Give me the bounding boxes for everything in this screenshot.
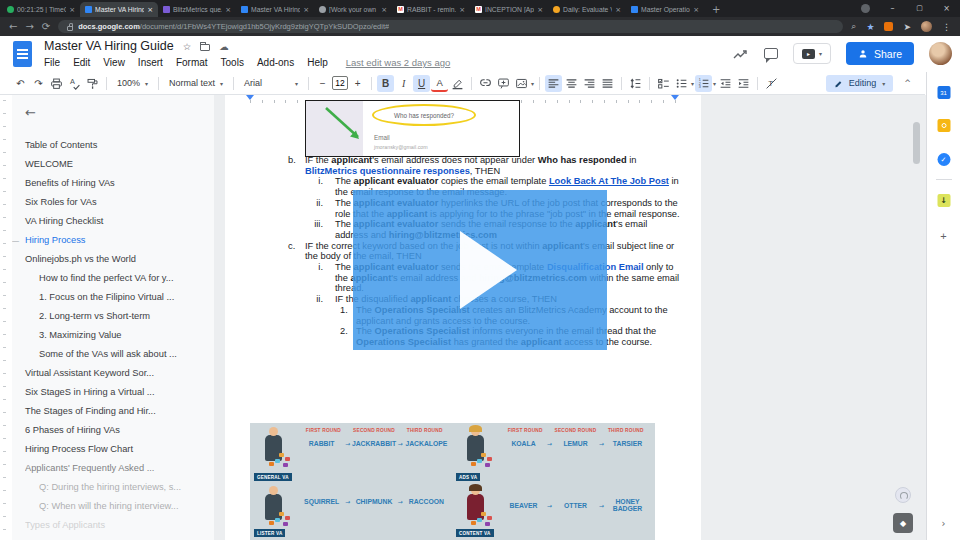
tab-close-icon[interactable]: × — [225, 6, 231, 14]
browser-tab[interactable]: [Work your own ...× — [314, 2, 392, 17]
google-calendar-icon[interactable]: 31 — [937, 86, 950, 99]
browser-avatar[interactable] — [921, 21, 932, 32]
explore-button[interactable]: ◆ — [893, 513, 913, 533]
doc-link[interactable]: Look Back At The Job Post — [549, 176, 669, 186]
tab-close-icon[interactable]: × — [69, 6, 75, 14]
close-window-button[interactable]: × — [933, 0, 960, 17]
browser-tab[interactable]: MINCEPTION [Ap...× — [470, 2, 548, 17]
menu-file[interactable]: File — [44, 57, 60, 68]
doc-link[interactable]: BlitzMetrics questionnaire responses — [305, 166, 470, 176]
share-button[interactable]: Share — [846, 42, 914, 65]
get-addons-plus-icon[interactable]: + — [940, 230, 946, 242]
outline-item[interactable]: Table of Contents — [12, 136, 214, 155]
tab-close-icon[interactable]: × — [459, 6, 465, 14]
back-button[interactable]: ← — [9, 17, 17, 36]
google-docs-logo-icon[interactable] — [13, 41, 32, 67]
outline-item[interactable]: The Stages of Finding and Hir... — [12, 402, 214, 421]
browser-tab[interactable]: MRABBIT - remin...× — [392, 2, 470, 17]
add-comment-button[interactable] — [495, 75, 512, 92]
insert-image-button[interactable] — [513, 75, 530, 92]
align-left-button[interactable] — [545, 75, 562, 92]
menu-insert[interactable]: Insert — [138, 57, 163, 68]
new-tab-button[interactable]: + — [712, 4, 720, 15]
move-folder-icon[interactable] — [200, 44, 210, 51]
tab-close-icon[interactable]: × — [147, 6, 153, 14]
outline-item[interactable]: Some of the VAs will ask about ... — [12, 345, 214, 364]
tab-close-icon[interactable]: × — [693, 6, 699, 14]
play-button-icon[interactable] — [460, 231, 517, 309]
bulleted-list-caret[interactable]: ▾ — [691, 80, 694, 87]
highlight-button[interactable] — [449, 75, 466, 92]
url-field[interactable]: docs.google.com/document/d/1FbWs4YTEjowi… — [58, 20, 843, 33]
maximize-button[interactable]: ▢ — [906, 0, 933, 17]
spellcheck-button[interactable]: A — [66, 75, 83, 92]
menu-help[interactable]: Help — [307, 57, 328, 68]
line-spacing-button[interactable] — [627, 75, 644, 92]
outline-item[interactable]: Hiring Process Flow Chart — [12, 440, 214, 459]
outline-item[interactable]: Applicants' Frequently Asked ... — [12, 459, 214, 478]
align-right-button[interactable] — [581, 75, 598, 92]
last-edit-link[interactable]: Last edit was 2 days ago — [346, 57, 451, 68]
stats-icon[interactable] — [733, 48, 749, 60]
present-button[interactable]: ▸ ▾ — [793, 43, 831, 64]
checklist-button[interactable] — [655, 75, 672, 92]
browser-tab[interactable]: 00:21:25 | TimeC...× — [2, 2, 80, 17]
video-overlay[interactable] — [353, 190, 607, 350]
tab-close-icon[interactable]: × — [537, 6, 543, 14]
document-title[interactable]: Master VA Hiring Guide — [44, 39, 174, 53]
paint-format-button[interactable] — [84, 75, 101, 92]
outline-item[interactable]: 3. Maximizing Value — [12, 326, 214, 345]
close-outline-icon[interactable]: ← — [25, 105, 214, 120]
outline-item[interactable]: 6 Phases of Hiring VAs — [12, 421, 214, 440]
right-indent-marker[interactable] — [671, 95, 679, 100]
clear-formatting-button[interactable]: T — [763, 75, 780, 92]
menu-dots-icon[interactable]: ⋮ — [942, 22, 951, 32]
left-indent-marker[interactable] — [246, 95, 254, 100]
font-size-field[interactable]: 12 — [332, 76, 348, 90]
image-options-caret[interactable]: ▾ — [531, 80, 534, 87]
browser-tab[interactable]: BlitzMetrics que...× — [158, 2, 236, 17]
bold-button[interactable]: B — [377, 75, 394, 92]
forward-button[interactable]: → — [25, 17, 33, 36]
align-center-button[interactable] — [563, 75, 580, 92]
google-keep-icon[interactable] — [937, 119, 950, 132]
addon-download-icon[interactable]: ↓ — [937, 194, 950, 207]
outline-item[interactable]: Benefits of Hiring VAs — [12, 174, 214, 193]
outline-item[interactable]: Hiring Process — [12, 231, 214, 250]
timer-widget-icon[interactable] — [895, 487, 911, 503]
browser-tab[interactable]: Master Operatio...× — [626, 2, 704, 17]
collapse-side-panel-icon[interactable]: › — [942, 518, 946, 529]
reload-button[interactable]: ⟳ — [42, 17, 50, 36]
browser-profile-knob-icon[interactable] — [861, 4, 870, 13]
menu-format[interactable]: Format — [176, 57, 208, 68]
bulleted-list-button[interactable] — [673, 75, 690, 92]
outline-item[interactable]: Virtual Assistant Keyword Sor... — [12, 364, 214, 383]
menu-tools[interactable]: Tools — [221, 57, 244, 68]
mode-select[interactable]: Editing ▾ — [826, 75, 894, 92]
document-scrollbar[interactable] — [913, 122, 920, 164]
minimize-button[interactable]: – — [879, 0, 906, 17]
menu-view[interactable]: View — [103, 57, 125, 68]
font-size-increase-button[interactable]: + — [349, 75, 366, 92]
browser-tab[interactable]: Daily: Evaluate V...× — [548, 2, 626, 17]
pin-icon[interactable]: ➤ — [903, 22, 911, 32]
comments-icon[interactable] — [764, 48, 778, 59]
outline-item[interactable]: Types of Applicants — [12, 516, 214, 535]
outline-item[interactable]: VA Hiring Checklist — [12, 212, 214, 231]
browser-tab[interactable]: Master VA Hiring× — [236, 2, 314, 17]
google-tasks-icon[interactable]: ✓ — [937, 153, 950, 166]
insert-link-button[interactable] — [477, 75, 494, 92]
embedded-screenshot-figure[interactable]: Who has responded? Email jmoransky@gmail… — [305, 100, 520, 157]
increase-indent-button[interactable] — [735, 75, 752, 92]
browser-tab[interactable]: Master VA Hiring× — [80, 2, 158, 17]
decrease-indent-button[interactable] — [717, 75, 734, 92]
menu-edit[interactable]: Edit — [73, 57, 90, 68]
underline-button[interactable]: U — [413, 75, 430, 92]
outline-item[interactable]: Six StageS in Hiring a Virtual ... — [12, 383, 214, 402]
numbered-list-button[interactable]: 123 — [695, 75, 712, 92]
bookmark-star-icon[interactable]: ★ — [866, 22, 874, 32]
collapse-toolbar-icon[interactable]: ^ — [904, 79, 911, 88]
text-color-button[interactable]: A — [431, 75, 448, 92]
menu-addons[interactable]: Add-ons — [257, 57, 294, 68]
undo-button[interactable]: ↶ — [12, 75, 29, 92]
